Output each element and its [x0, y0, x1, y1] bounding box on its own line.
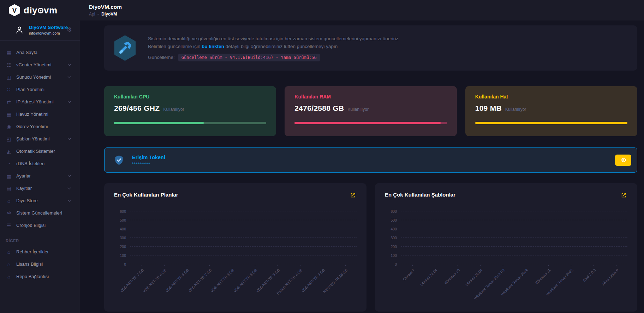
sidebar-item-repo-baglantisi[interactable]: ⌂ Repo Bağlantısı [0, 270, 80, 283]
dots-grid-icon: ∷ [5, 87, 13, 92]
token-title: Erişim Tokeni [132, 155, 615, 160]
bandwidth-stat-value: 109 MB [475, 104, 502, 113]
bank-icon: ⌂ [5, 274, 13, 279]
y-axis-tick-label: 200 [390, 245, 397, 249]
grid-icon: ▦ [5, 112, 13, 117]
open-templates-report-button[interactable] [620, 192, 627, 200]
y-axis-tick-label: 0 [395, 262, 397, 266]
map-icon: ◰ [5, 136, 13, 142]
ram-stat-title: Kullanılan RAM [294, 94, 447, 100]
grid-icon: ▦ [5, 173, 13, 179]
brand-v-icon: V [8, 4, 20, 16]
cpu-progress-bar [114, 122, 266, 124]
update-info-link[interactable]: bu linkten [202, 44, 224, 49]
y-axis-tick-label: 600 [390, 209, 397, 213]
sidebar-item-vcenter-yonetimi[interactable]: ☷ vCenter Yönetimi [0, 59, 80, 71]
sidebar-item-ayarlar[interactable]: ▦ Ayarlar [0, 170, 80, 182]
sidebar-item-plan-yonetimi[interactable]: ∷ Plan Yönetimi [0, 83, 80, 96]
shop-icon: ⌂ [5, 198, 13, 204]
sidebar-item-havuz-yonetimi[interactable]: ▦ Havuz Yönetimi [0, 108, 80, 120]
page-title: DiyoVM.com [89, 4, 122, 10]
sidebar-item-ana-sayfa[interactable]: ▦ Ana Sayfa [0, 46, 80, 59]
sidebar-item-diyo-store[interactable]: ⌂ Diyo Store [0, 194, 80, 207]
plans-bar-chart: 6005004003002001000 VDS-NET-TR 2 GBVDS-N… [114, 211, 357, 304]
sidebar-item-sistem-guncellemeleri[interactable]: </> Sistem Güncellemeleri [0, 207, 80, 219]
ram-progress-bar [294, 122, 447, 124]
chevron-down-icon [68, 174, 71, 177]
bandwidth-stat-title: Kullanılan Hat [475, 94, 627, 100]
pie-icon: ◔ [5, 161, 13, 167]
ram-stat-value: 2476/2588 GB [294, 104, 344, 113]
main-content: Sistemin devamlılığı ve güvenliğin en üs… [80, 20, 644, 313]
ram-usage-label: Kullanılıyor [348, 107, 369, 112]
y-axis-tick-label: 100 [120, 253, 126, 258]
templates-chart-card: En Çok Kullanılan Şablonlar 600500400300… [375, 183, 637, 312]
gear-icon[interactable]: ⚙ [67, 26, 72, 34]
y-axis-tick-label: 200 [120, 245, 126, 249]
y-axis-tick-label: 500 [120, 218, 126, 222]
bank-icon: ⌂ [5, 261, 13, 267]
topbar: V diyvm DiyoVM.com Api DiyoVM [0, 0, 644, 20]
sidebar-item-rehber-icerikler[interactable]: ⌂ Rehber İçerikler [0, 246, 80, 258]
templates-chart-title: En Çok Kullanılan Şablonlar [385, 192, 455, 198]
target-icon: ◉ [5, 124, 13, 130]
sidebar-item-rdns-istekleri[interactable]: ◔ rDNS İstekleri [0, 157, 80, 170]
y-axis-tick-label: 400 [120, 227, 126, 231]
logo-o-glyph [38, 8, 43, 13]
sidebar-nav: ▦ Ana Sayfa ☷ vCenter Yönetimi ◫ Sunucu … [0, 41, 80, 283]
cpu-usage-label: Kullanılıyor [163, 107, 184, 112]
version-badge: Güncelleme Sürüm - V4.1.6(Build:416) - Y… [178, 54, 320, 61]
cpu-stat-value: 269/456 GHZ [114, 104, 160, 113]
wrench-hexagon-icon [113, 35, 137, 61]
sidebar-item-gorev-yonetimi[interactable]: ◉ Görev Yönetimi [0, 120, 80, 133]
y-axis-tick-label: 100 [390, 253, 397, 258]
y-axis-tick-label: 0 [124, 262, 126, 266]
bandwidth-progress-bar [475, 122, 627, 124]
sidebar-item-ip-adresi-yonetimi[interactable]: ⇄ IP Adresi Yönetimi [0, 96, 80, 108]
access-token-bar: Erişim Tokeni ********* [104, 148, 637, 173]
sidebar-section-diger: DİĞER [0, 231, 80, 246]
user-name[interactable]: DiyoVM Software [29, 25, 68, 30]
user-email: info@diyovm.com [29, 31, 68, 35]
eye-icon [620, 157, 626, 163]
external-link-icon [350, 192, 356, 198]
chevron-down-icon [68, 100, 71, 103]
chevron-down-icon [68, 198, 71, 202]
breadcrumb-root[interactable]: Api [89, 12, 95, 17]
breadcrumb-current: DiyoVM [101, 12, 117, 17]
logo-text: diyvm [24, 5, 58, 16]
plans-chart-card: En Çok Kullanılan Planlar 60050040030020… [104, 183, 366, 312]
plans-chart-title: En Çok Kullanılan Planlar [114, 192, 178, 198]
show-token-button[interactable] [615, 155, 631, 166]
toggles-icon: ⇄ [5, 99, 13, 105]
grid-icon: ▦ [5, 50, 13, 55]
bandwidth-usage-label: Kullanılıyor [505, 107, 526, 112]
server-layout-icon: ◫ [5, 74, 13, 80]
breadcrumb-separator [97, 14, 99, 14]
sidebar-item-sunucu-yonetimi[interactable]: ◫ Sunucu Yönetimi [0, 71, 80, 83]
chevron-down-icon [68, 137, 71, 140]
chevron-down-icon [68, 186, 71, 189]
code-icon: </> [5, 211, 13, 215]
y-axis-tick-label: 500 [390, 218, 397, 222]
app-logo[interactable]: V diyvm [0, 4, 80, 16]
sidebar-item-cronjob-bilgisi[interactable]: ☰ Cronjob Bilgisi [0, 219, 80, 231]
sidebar-item-kayitlar[interactable]: ▤ Kayıtlar [0, 182, 80, 194]
person-icon [15, 25, 24, 35]
cpu-stat-title: Kullanılan CPU [114, 94, 266, 100]
y-axis-tick-label: 600 [120, 209, 126, 213]
sidebar-item-otomatik-sistemler[interactable]: ◭ Otomatik Sistemler [0, 145, 80, 157]
notice-text: Sistemin devamlılığı ve güvenliğin en üs… [148, 35, 400, 50]
chevron-down-icon [68, 62, 71, 66]
y-axis-tick-label: 300 [390, 236, 397, 240]
ram-stat-card: Kullanılan RAM 2476/2588 GB Kullanılıyor [285, 86, 457, 136]
open-plans-report-button[interactable] [349, 192, 357, 200]
sidebar-item-sablon-yonetimi[interactable]: ◰ Şablon Yönetimi [0, 133, 80, 145]
templates-bar-chart: 6005004003002001000 Centos 7Ubuntu 22.04… [385, 211, 627, 304]
calendar-icon: ▤ [5, 186, 13, 191]
update-notice-card: Sistemin devamlılığı ve güvenliğin en üs… [104, 25, 637, 71]
x-axis-label: VDS-NET-TR 2 GB [104, 268, 145, 311]
sidebar-item-lisans-bilgisi[interactable]: ⌂ Lisans Bilgisi [0, 258, 80, 270]
basket-icon: ☷ [5, 62, 13, 68]
y-axis-tick-label: 300 [120, 236, 126, 240]
